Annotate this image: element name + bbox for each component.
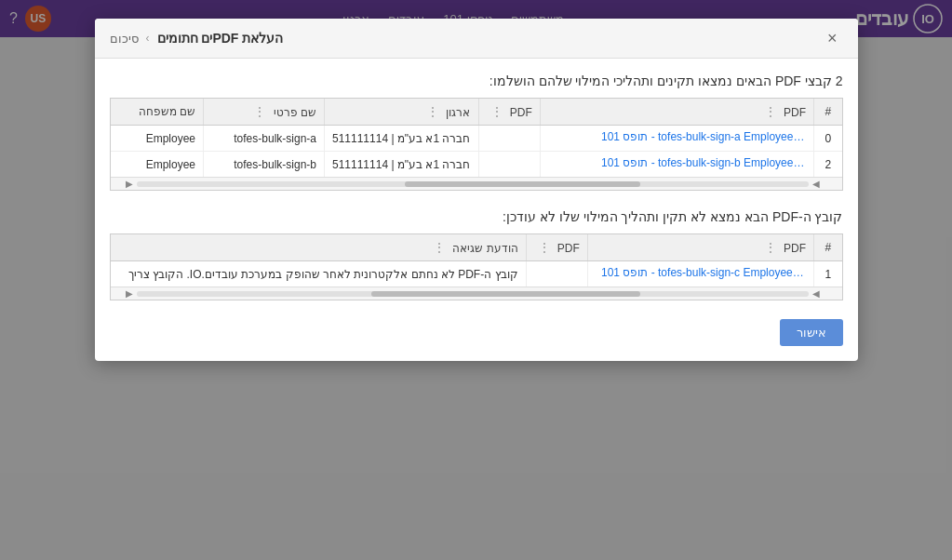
section2-row-1: 1 תופס 101 - tofes-bulk-sign-c Employee …	[111, 261, 842, 287]
section2-table-container: # PDF ⋮ PDF ⋮ הודעת שגיאה ⋮	[110, 233, 843, 300]
col-header-pdf-icon: PDF ⋮	[478, 99, 540, 126]
section1-table-container: # PDF ⋮ PDF ⋮ ארגון ⋮	[110, 98, 843, 191]
cell-num-0: 0	[814, 126, 842, 152]
section2-cell-error-1: קובץ ה-PDF לא נחתם אלקטרונית לאחר שהופק …	[111, 261, 527, 287]
section2-col-pdf2-menu[interactable]: ⋮	[534, 240, 555, 255]
section1-scroll-track[interactable]	[137, 181, 809, 187]
section1-title: 2 קבצי PDF הבאים נמצאו תקינים ותהליכי המ…	[110, 73, 843, 88]
col-pdf-menu[interactable]: ⋮	[760, 104, 781, 119]
section2-col-error-menu[interactable]: ⋮	[429, 240, 449, 255]
confirm-button[interactable]: אישור	[780, 319, 843, 346]
col-header-fname: שם פרטי ⋮	[204, 99, 325, 126]
col-header-lname: שם משפחה	[111, 99, 204, 126]
section2-scroll-thumb[interactable]	[371, 291, 640, 297]
section1-row-0: 0 תופס 101 - tofes-bulk-sign-a Employee …	[111, 126, 842, 152]
modal-body: 2 קבצי PDF הבאים נמצאו תקינים ותהליכי המ…	[95, 59, 858, 361]
cell-num-2: 2	[814, 152, 842, 178]
cell-org-0: חברה 1א בע"מ | 511111114	[325, 126, 479, 152]
cell-lname-0: Employee	[111, 126, 204, 152]
section2-title: קובץ ה-PDF הבא נמצא לא תקין ותהליך המילו…	[110, 209, 843, 224]
modal-header: × העלאת PDFים חתומים › סיכום	[95, 19, 858, 59]
col-fname-menu[interactable]: ⋮	[249, 104, 270, 119]
modal-title-area: העלאת PDFים חתומים › סיכום	[110, 31, 284, 46]
cell-pdf-2	[478, 152, 540, 178]
cell-pdf-0	[478, 126, 540, 152]
section2-file-link-1[interactable]: תופס 101 - tofes-bulk-sign-c Employee - …	[601, 266, 806, 279]
section2-scroll-track[interactable]	[137, 291, 809, 297]
cell-fname-0: tofes-bulk-sign-a	[204, 126, 325, 152]
section2-scroll-right-arrow[interactable]: ▶	[126, 288, 133, 299]
section2-col-header-file: PDF ⋮	[587, 234, 813, 261]
modal-upload-pdf: × העלאת PDFים חתומים › סיכום 2 קבצי PDF …	[95, 19, 858, 361]
modal-title: העלאת PDFים חתומים	[157, 31, 284, 46]
section2-col-header-error: הודעת שגיאה ⋮	[111, 234, 527, 261]
section1-table-wrapper[interactable]: # PDF ⋮ PDF ⋮ ארגון ⋮	[111, 99, 842, 177]
col-header-file: PDF ⋮	[540, 99, 813, 126]
section1-scroll-thumb[interactable]	[405, 181, 640, 187]
section2-scroll-left-arrow[interactable]: ◀	[812, 288, 820, 299]
section1-table: # PDF ⋮ PDF ⋮ ארגון ⋮	[111, 99, 842, 177]
cell-fname-2: tofes-bulk-sign-b	[204, 152, 325, 178]
section1-scroll-right-arrow[interactable]: ▶	[126, 179, 133, 189]
section1-header-row: # PDF ⋮ PDF ⋮ ארגון ⋮	[111, 99, 842, 126]
section2-col-pdf-menu[interactable]: ⋮	[760, 240, 781, 255]
cell-lname-2: Employee	[111, 152, 204, 178]
col-header-org: ארגון ⋮	[325, 99, 479, 126]
cell-org-2: חברה 1א בע"מ | 511111114	[325, 152, 479, 178]
section1-scroll-left-arrow[interactable]: ◀	[812, 179, 820, 189]
section2-col-header-pdf-icon: PDF ⋮	[526, 234, 587, 261]
modal-footer: אישור	[110, 319, 843, 346]
section2-col-header-num: #	[814, 234, 842, 261]
breadcrumb-separator: ›	[146, 32, 150, 45]
col-pdf2-menu[interactable]: ⋮	[487, 104, 507, 119]
section2-cell-pdf-1	[526, 261, 587, 287]
col-header-num: #	[814, 99, 842, 126]
file-link-0[interactable]: תופס 101 - tofes-bulk-sign-a Employee - …	[601, 130, 806, 143]
file-link-2[interactable]: תופס 101 - tofes-bulk-sign-b Employee - …	[601, 156, 806, 169]
cell-file-2: תופס 101 - tofes-bulk-sign-b Employee - …	[540, 152, 813, 178]
section2-hscroll[interactable]: ◀ ▶	[111, 287, 842, 300]
section2-cell-file-1: תופס 101 - tofes-bulk-sign-c Employee - …	[587, 261, 813, 287]
section2-table-wrapper[interactable]: # PDF ⋮ PDF ⋮ הודעת שגיאה ⋮	[111, 234, 842, 287]
section1-hscroll[interactable]: ◀ ▶	[111, 177, 842, 190]
cell-file-0: תופס 101 - tofes-bulk-sign-a Employee - …	[540, 126, 813, 152]
section2-header-row: # PDF ⋮ PDF ⋮ הודעת שגיאה ⋮	[111, 234, 842, 261]
modal-close-button[interactable]: ×	[822, 28, 843, 48]
breadcrumb-secondary: סיכום	[110, 32, 139, 46]
section2-cell-num-1: 1	[814, 261, 842, 287]
section1-row-2: 2 תופס 101 - tofes-bulk-sign-b Employee …	[111, 152, 842, 178]
section2-table: # PDF ⋮ PDF ⋮ הודעת שגיאה ⋮	[111, 234, 842, 287]
col-org-menu[interactable]: ⋮	[422, 104, 443, 119]
